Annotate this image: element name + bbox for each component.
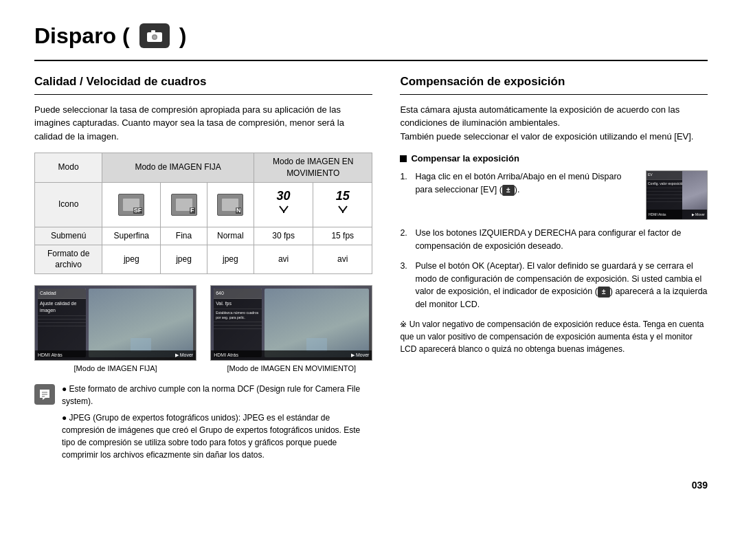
table-cell-modo: Modo [35,153,102,183]
screenshots-row: Calidad Ajuste calidad de imagen HDMI At… [34,285,372,374]
left-column: Calidad / Velocidad de cuadros Puede sel… [34,74,372,465]
svg-point-2 [153,36,156,39]
right-column: Compensación de exposición Esta cámara a… [400,74,708,465]
formato-jpeg-1: jpeg [102,245,161,274]
step-2-num: 2. [400,227,411,240]
cam-menu-640: 640 [214,289,262,299]
ev-badge-2: ± [598,287,610,298]
square-bullet [400,155,407,162]
caption-fija: [Modo de IMAGEN FIJA] [34,363,196,374]
cam-bottom-right-1: ▶ Mover [175,352,193,359]
cam-bottom-left-2: HDMI Atrás [214,352,238,359]
screenshot-box-fija: Calidad Ajuste calidad de imagen HDMI At… [34,285,196,374]
s-menu-config: Config. valor exposición para aj. brillo [647,180,682,189]
cam-menu-valfps-desc: Establezca número cuadros por seg. para … [214,309,262,322]
step-1-num: 1. [400,170,411,183]
step-1: 1. Haga clic en el botón Arriba/Abajo en… [400,170,708,220]
step-1-with-img: Haga clic en el botón Arriba/Abajo en el… [415,170,708,220]
step-3: 3. Pulse el botón OK (Aceptar). El valor… [400,260,708,311]
svg-rect-4 [159,33,161,34]
note-bullet-2: JPEG (Grupo de expertos fotográficos uni… [62,412,372,461]
note-text: Este formato de archivo cumple con la no… [62,383,372,465]
note-icon [34,384,55,405]
left-section-title: Calidad / Velocidad de cuadros [34,74,372,90]
left-section-divider [34,94,372,95]
table-cell-submenu: Submenú [35,227,102,245]
cam-menu-valfps: Val. fps [214,299,262,309]
right-section-divider [400,94,708,95]
formato-avi-2: avi [313,245,372,274]
s-menu-ev: EV [647,171,682,180]
note-box: Este formato de archivo cumple con la no… [34,383,372,465]
table-cell-formato: Formato dearchivo [35,245,102,274]
step-2-content: Use los botones IZQUIERDA y DERECHA para… [415,227,708,253]
step-2: 2. Use los botones IZQUIERDA y DERECHA p… [400,227,708,253]
caption-movimiento: [Modo de IMAGEN EN MOVIMIENTO] [210,363,372,374]
svg-rect-3 [151,30,155,32]
cam-menu-calidad-desc: Ajuste calidad de imagen [38,299,86,316]
note-bullet-1: Este formato de archivo cumple con la no… [62,383,372,407]
note-asterisk: ※ Un valor negativo de compensación de e… [400,318,708,355]
step-1-content: Haga clic en el botón Arriba/Abajo en el… [415,170,708,220]
screenshot-fija: Calidad Ajuste calidad de imagen HDMI At… [34,285,196,361]
mode-table: Modo Modo de IMAGEN FIJA Modo de IMAGEN … [34,153,372,274]
formato-avi-1: avi [254,245,313,274]
step-1-screenshot: EV Config. valor exposición para aj. bri… [646,170,708,220]
page-number: 039 [34,479,708,493]
page-title: Disparo ( ) [34,21,708,52]
step-3-num: 3. [400,260,411,273]
submenu-30fps: 30 fps [254,227,313,245]
step-1-text: Haga clic en el botón Arriba/Abajo en el… [415,170,640,197]
icon-15fps: 15 [313,182,372,227]
step-3-content: Pulse el botón OK (Aceptar). El valor de… [415,260,708,311]
cam-bottom-left-1: HDMI Atrás [38,352,63,359]
screenshot-box-movimiento: 640 Val. fps Establezca número cuadros p… [210,285,372,374]
icon-normal: N [207,182,254,227]
right-section-title: Compensación de exposición [400,74,708,90]
submenu-fina: Fina [161,227,207,245]
steps-list: 1. Haga clic en el botón Arriba/Abajo en… [400,170,708,311]
icon-superfina: SF [102,182,161,227]
title-paren-close: ) [179,21,187,52]
icon-30fps: 30 [254,182,313,227]
s-bottom-right: ▶ Mover [692,212,705,218]
screenshot-movimiento: 640 Val. fps Establezca número cuadros p… [210,285,372,361]
table-cell-icono: Icono [35,182,102,227]
submenu-15fps: 15 fps [313,227,372,245]
submenu-normal: Normal [207,227,254,245]
right-intro: Esta cámara ajusta automáticamente la ex… [400,103,708,144]
cam-bottom-right-2: ▶ Mover [351,352,369,359]
icon-fina: F [161,182,207,227]
camera-icon [139,23,170,48]
ev-badge: ± [502,185,515,196]
submenu-superfina: Superfina [102,227,161,245]
title-divider [34,60,708,61]
formato-jpeg-3: jpeg [207,245,254,274]
formato-jpeg-2: jpeg [161,245,207,274]
cam-menu-calidad: Calidad [38,289,86,299]
comp-label-text: Compensar la exposición [411,153,519,165]
comp-label: Compensar la exposición [400,153,708,165]
table-header-imagen-fija: Modo de IMAGEN FIJA [102,153,254,183]
s-bottom-left: HDMI Atrás [649,212,666,218]
title-text: Disparo ( [34,21,130,52]
table-header-movimiento: Modo de IMAGEN ENMOVIMIENTO [254,153,372,183]
left-intro: Puede seleccionar la tasa de compresión … [34,103,372,144]
